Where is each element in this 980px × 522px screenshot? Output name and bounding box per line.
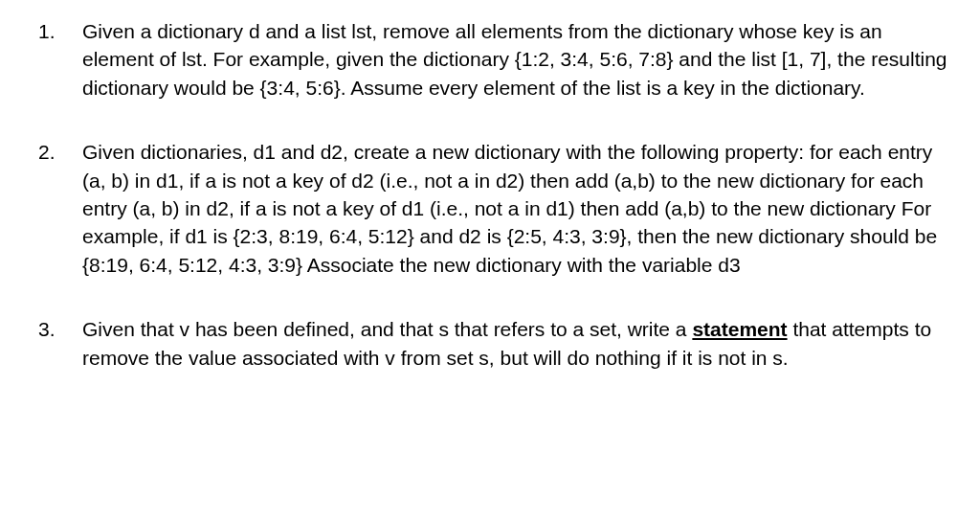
- emphasized-text: statement: [692, 318, 787, 340]
- question-text: Given that v has been defined, and that …: [82, 315, 951, 372]
- text-run: Given that v has been defined, and that …: [82, 318, 692, 340]
- text-run: Given dictionaries, d1 and d2, create a …: [82, 141, 937, 276]
- question-text: Given a dictionary d and a list lst, rem…: [82, 17, 951, 102]
- question-list: Given a dictionary d and a list lst, rem…: [29, 17, 951, 372]
- question-text: Given dictionaries, d1 and d2, create a …: [82, 138, 951, 279]
- question-item: Given that v has been defined, and that …: [29, 315, 951, 372]
- question-item: Given a dictionary d and a list lst, rem…: [29, 17, 951, 102]
- question-item: Given dictionaries, d1 and d2, create a …: [29, 138, 951, 279]
- text-run: Given a dictionary d and a list lst, rem…: [82, 20, 947, 99]
